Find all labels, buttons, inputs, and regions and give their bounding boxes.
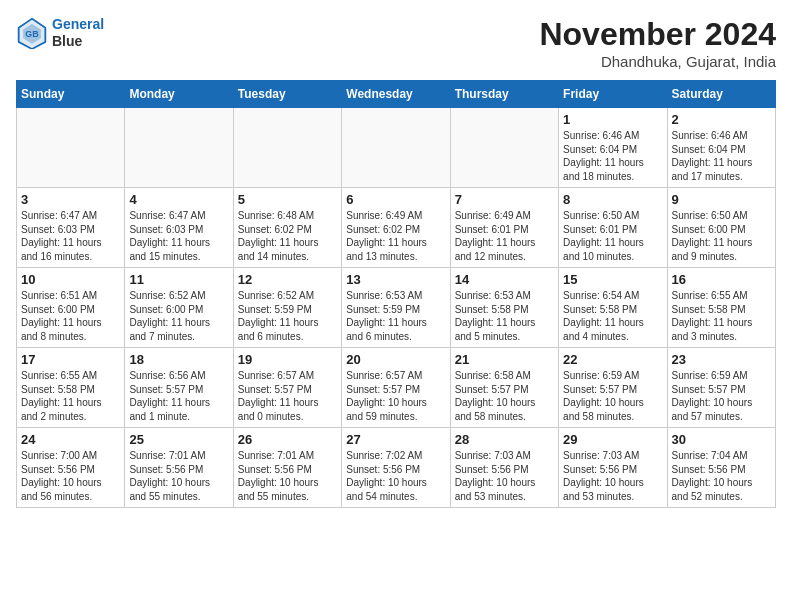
day-info: Sunrise: 6:50 AM Sunset: 6:00 PM Dayligh… — [672, 209, 771, 263]
day-cell: 12Sunrise: 6:52 AM Sunset: 5:59 PM Dayli… — [233, 268, 341, 348]
logo-line1: General — [52, 16, 104, 32]
week-row-2: 10Sunrise: 6:51 AM Sunset: 6:00 PM Dayli… — [17, 268, 776, 348]
month-title: November 2024 — [539, 16, 776, 53]
day-info: Sunrise: 6:53 AM Sunset: 5:58 PM Dayligh… — [455, 289, 554, 343]
day-info: Sunrise: 6:52 AM Sunset: 5:59 PM Dayligh… — [238, 289, 337, 343]
weekday-header-saturday: Saturday — [667, 81, 775, 108]
day-cell: 10Sunrise: 6:51 AM Sunset: 6:00 PM Dayli… — [17, 268, 125, 348]
day-cell: 27Sunrise: 7:02 AM Sunset: 5:56 PM Dayli… — [342, 428, 450, 508]
logo-line2: Blue — [52, 33, 82, 49]
weekday-header-thursday: Thursday — [450, 81, 558, 108]
day-info: Sunrise: 6:57 AM Sunset: 5:57 PM Dayligh… — [346, 369, 445, 423]
day-number: 19 — [238, 352, 337, 367]
day-number: 25 — [129, 432, 228, 447]
day-info: Sunrise: 6:50 AM Sunset: 6:01 PM Dayligh… — [563, 209, 662, 263]
day-cell: 5Sunrise: 6:48 AM Sunset: 6:02 PM Daylig… — [233, 188, 341, 268]
day-info: Sunrise: 7:02 AM Sunset: 5:56 PM Dayligh… — [346, 449, 445, 503]
day-cell: 9Sunrise: 6:50 AM Sunset: 6:00 PM Daylig… — [667, 188, 775, 268]
day-info: Sunrise: 7:03 AM Sunset: 5:56 PM Dayligh… — [563, 449, 662, 503]
day-number: 12 — [238, 272, 337, 287]
day-number: 29 — [563, 432, 662, 447]
day-number: 4 — [129, 192, 228, 207]
day-number: 24 — [21, 432, 120, 447]
day-cell: 14Sunrise: 6:53 AM Sunset: 5:58 PM Dayli… — [450, 268, 558, 348]
day-number: 18 — [129, 352, 228, 367]
day-number: 28 — [455, 432, 554, 447]
day-info: Sunrise: 6:48 AM Sunset: 6:02 PM Dayligh… — [238, 209, 337, 263]
day-cell: 21Sunrise: 6:58 AM Sunset: 5:57 PM Dayli… — [450, 348, 558, 428]
day-number: 9 — [672, 192, 771, 207]
day-info: Sunrise: 6:56 AM Sunset: 5:57 PM Dayligh… — [129, 369, 228, 423]
day-info: Sunrise: 6:57 AM Sunset: 5:57 PM Dayligh… — [238, 369, 337, 423]
day-info: Sunrise: 7:00 AM Sunset: 5:56 PM Dayligh… — [21, 449, 120, 503]
calendar-table: SundayMondayTuesdayWednesdayThursdayFrid… — [16, 80, 776, 508]
day-cell: 28Sunrise: 7:03 AM Sunset: 5:56 PM Dayli… — [450, 428, 558, 508]
page-header: GB General Blue November 2024 Dhandhuka,… — [16, 16, 776, 70]
day-number: 16 — [672, 272, 771, 287]
day-info: Sunrise: 6:59 AM Sunset: 5:57 PM Dayligh… — [563, 369, 662, 423]
day-info: Sunrise: 7:01 AM Sunset: 5:56 PM Dayligh… — [129, 449, 228, 503]
day-info: Sunrise: 6:55 AM Sunset: 5:58 PM Dayligh… — [21, 369, 120, 423]
day-info: Sunrise: 6:51 AM Sunset: 6:00 PM Dayligh… — [21, 289, 120, 343]
location: Dhandhuka, Gujarat, India — [539, 53, 776, 70]
day-cell — [17, 108, 125, 188]
day-info: Sunrise: 6:59 AM Sunset: 5:57 PM Dayligh… — [672, 369, 771, 423]
weekday-header-monday: Monday — [125, 81, 233, 108]
day-info: Sunrise: 6:53 AM Sunset: 5:59 PM Dayligh… — [346, 289, 445, 343]
day-info: Sunrise: 6:49 AM Sunset: 6:01 PM Dayligh… — [455, 209, 554, 263]
day-info: Sunrise: 6:49 AM Sunset: 6:02 PM Dayligh… — [346, 209, 445, 263]
day-number: 8 — [563, 192, 662, 207]
day-cell — [125, 108, 233, 188]
day-cell: 26Sunrise: 7:01 AM Sunset: 5:56 PM Dayli… — [233, 428, 341, 508]
day-info: Sunrise: 6:54 AM Sunset: 5:58 PM Dayligh… — [563, 289, 662, 343]
day-info: Sunrise: 6:46 AM Sunset: 6:04 PM Dayligh… — [563, 129, 662, 183]
day-cell: 18Sunrise: 6:56 AM Sunset: 5:57 PM Dayli… — [125, 348, 233, 428]
day-cell: 23Sunrise: 6:59 AM Sunset: 5:57 PM Dayli… — [667, 348, 775, 428]
day-cell: 24Sunrise: 7:00 AM Sunset: 5:56 PM Dayli… — [17, 428, 125, 508]
day-cell — [342, 108, 450, 188]
day-cell: 7Sunrise: 6:49 AM Sunset: 6:01 PM Daylig… — [450, 188, 558, 268]
day-cell: 20Sunrise: 6:57 AM Sunset: 5:57 PM Dayli… — [342, 348, 450, 428]
week-row-1: 3Sunrise: 6:47 AM Sunset: 6:03 PM Daylig… — [17, 188, 776, 268]
day-cell — [233, 108, 341, 188]
day-cell: 15Sunrise: 6:54 AM Sunset: 5:58 PM Dayli… — [559, 268, 667, 348]
day-number: 10 — [21, 272, 120, 287]
day-info: Sunrise: 6:52 AM Sunset: 6:00 PM Dayligh… — [129, 289, 228, 343]
day-cell: 30Sunrise: 7:04 AM Sunset: 5:56 PM Dayli… — [667, 428, 775, 508]
weekday-header-tuesday: Tuesday — [233, 81, 341, 108]
day-cell: 29Sunrise: 7:03 AM Sunset: 5:56 PM Dayli… — [559, 428, 667, 508]
day-cell — [450, 108, 558, 188]
day-number: 14 — [455, 272, 554, 287]
day-cell: 19Sunrise: 6:57 AM Sunset: 5:57 PM Dayli… — [233, 348, 341, 428]
weekday-header-sunday: Sunday — [17, 81, 125, 108]
day-cell: 22Sunrise: 6:59 AM Sunset: 5:57 PM Dayli… — [559, 348, 667, 428]
week-row-4: 24Sunrise: 7:00 AM Sunset: 5:56 PM Dayli… — [17, 428, 776, 508]
day-cell: 3Sunrise: 6:47 AM Sunset: 6:03 PM Daylig… — [17, 188, 125, 268]
day-info: Sunrise: 7:01 AM Sunset: 5:56 PM Dayligh… — [238, 449, 337, 503]
day-cell: 4Sunrise: 6:47 AM Sunset: 6:03 PM Daylig… — [125, 188, 233, 268]
day-cell: 8Sunrise: 6:50 AM Sunset: 6:01 PM Daylig… — [559, 188, 667, 268]
day-number: 23 — [672, 352, 771, 367]
day-number: 15 — [563, 272, 662, 287]
day-info: Sunrise: 6:47 AM Sunset: 6:03 PM Dayligh… — [129, 209, 228, 263]
day-number: 30 — [672, 432, 771, 447]
day-info: Sunrise: 6:55 AM Sunset: 5:58 PM Dayligh… — [672, 289, 771, 343]
day-number: 7 — [455, 192, 554, 207]
day-number: 6 — [346, 192, 445, 207]
day-cell: 2Sunrise: 6:46 AM Sunset: 6:04 PM Daylig… — [667, 108, 775, 188]
svg-text:GB: GB — [25, 28, 38, 38]
week-row-3: 17Sunrise: 6:55 AM Sunset: 5:58 PM Dayli… — [17, 348, 776, 428]
day-info: Sunrise: 6:58 AM Sunset: 5:57 PM Dayligh… — [455, 369, 554, 423]
weekday-header-wednesday: Wednesday — [342, 81, 450, 108]
day-number: 5 — [238, 192, 337, 207]
day-number: 21 — [455, 352, 554, 367]
logo-icon: GB — [16, 17, 48, 49]
day-cell: 6Sunrise: 6:49 AM Sunset: 6:02 PM Daylig… — [342, 188, 450, 268]
day-number: 2 — [672, 112, 771, 127]
day-number: 3 — [21, 192, 120, 207]
day-cell: 1Sunrise: 6:46 AM Sunset: 6:04 PM Daylig… — [559, 108, 667, 188]
day-number: 13 — [346, 272, 445, 287]
day-number: 26 — [238, 432, 337, 447]
day-number: 22 — [563, 352, 662, 367]
day-info: Sunrise: 7:04 AM Sunset: 5:56 PM Dayligh… — [672, 449, 771, 503]
